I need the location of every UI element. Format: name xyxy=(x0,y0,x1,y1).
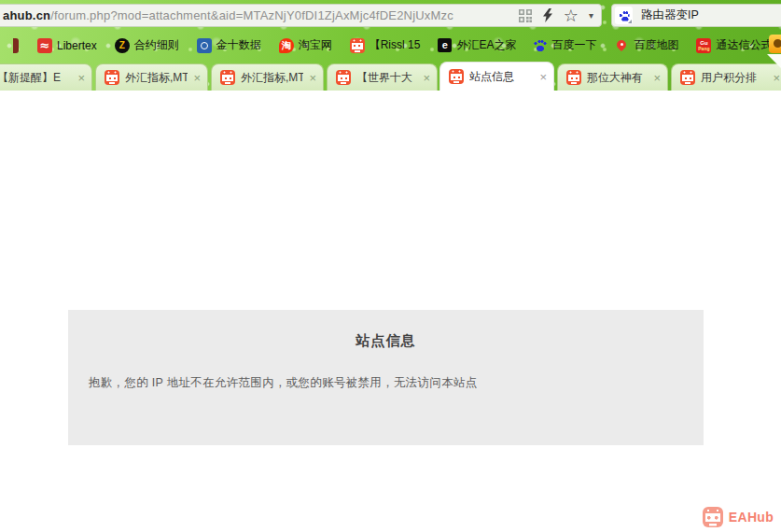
bookmark-label: Libertex xyxy=(57,39,97,52)
browser-chrome: ahub.cn/forum.php?mod=attachment&aid=MTA… xyxy=(0,0,781,91)
notice-title: 站点信息 xyxy=(68,332,704,350)
bookmark-label: 合约细则 xyxy=(134,37,179,53)
eahub-favicon xyxy=(449,69,464,84)
bookmark-jin10-data[interactable]: 金十数据 xyxy=(197,37,261,53)
eahub-logo-text: EAHub xyxy=(729,510,774,525)
tab-label: 【世界十大 xyxy=(356,70,417,86)
bookmark-contract-rules[interactable]: Z 合约细则 xyxy=(115,37,179,53)
tab-label: 站点信息 xyxy=(469,69,534,85)
bookmark-label: 金十数据 xyxy=(216,37,261,53)
eahub-robot-icon xyxy=(703,507,723,527)
url-host: ahub.cn xyxy=(3,8,50,22)
tab-close-icon[interactable]: × xyxy=(773,72,780,84)
tab-close-icon[interactable]: × xyxy=(77,72,85,84)
next-tab-corner xyxy=(767,54,781,68)
jin10-icon xyxy=(197,38,212,53)
tab-close-icon[interactable]: × xyxy=(539,71,547,83)
bookmark-partial-right[interactable] xyxy=(769,35,781,53)
tab-label: 用户积分排 xyxy=(701,70,767,86)
tab-label: 外汇指标,MT xyxy=(125,70,188,86)
tab-which-master[interactable]: 那位大神有 × xyxy=(557,63,668,91)
bookmark-label: 通达信公式 xyxy=(716,37,772,53)
bookmarks-bar: ≈ Libertex Z 合约细则 金十数据 淘 淘宝网 【Rissl 15 e xyxy=(0,31,781,60)
tab-forex-indicator-1[interactable]: 外汇指标,MT × xyxy=(95,63,208,91)
browser-window: ahub.cn/forum.php?mod=attachment&aid=MTA… xyxy=(0,0,781,532)
tab-new-reminder[interactable]: e 【新提醒】E × xyxy=(0,63,92,91)
tab-close-icon[interactable]: × xyxy=(653,72,661,84)
eahub-robot-icon xyxy=(350,38,365,53)
address-dropdown-icon[interactable]: ▾ xyxy=(589,11,593,21)
bookmark-label: 百度地图 xyxy=(634,37,678,53)
tdx-icon xyxy=(696,38,711,53)
bookmark-ea-home[interactable]: e 外汇EA之家 xyxy=(438,37,516,53)
tab-site-info[interactable]: 站点信息 × xyxy=(439,62,554,91)
tab-label: 外汇指标,MT xyxy=(241,70,303,86)
tab-forex-indicator-2[interactable]: 外汇指标,MT × xyxy=(211,63,324,91)
tab-user-points[interactable]: 用户积分排 × xyxy=(671,63,781,91)
map-pin-icon xyxy=(614,38,629,53)
bookmark-star-icon[interactable]: ☆ xyxy=(564,7,579,24)
eahub-favicon xyxy=(566,70,581,85)
url-text: ahub.cn/forum.php?mod=attachment&aid=MTA… xyxy=(3,8,511,22)
baidu-engine-icon[interactable] xyxy=(615,7,633,24)
qr-code-icon[interactable] xyxy=(519,9,532,22)
eahub-favicon xyxy=(105,70,119,85)
bookmark-rissl[interactable]: 【Rissl 15 xyxy=(350,37,421,53)
tab-world-top[interactable]: 【世界十大 × xyxy=(327,63,438,91)
baidu-paw-icon xyxy=(534,39,547,52)
tab-close-icon[interactable]: × xyxy=(423,72,430,84)
bookmark-label: 【Rissl 15 xyxy=(370,37,421,53)
bookmark-taobao[interactable]: 淘 淘宝网 xyxy=(279,37,332,53)
taobao-icon: 淘 xyxy=(279,38,294,53)
lightning-icon[interactable] xyxy=(542,8,553,22)
bookmark-libertex[interactable]: ≈ Libertex xyxy=(37,38,97,53)
contract-z-icon: Z xyxy=(115,38,130,53)
bookmark-label: 外汇EA之家 xyxy=(456,37,516,53)
baidu-paw-icon xyxy=(619,10,629,21)
address-bar-input[interactable]: ahub.cn/forum.php?mod=attachment&aid=MTA… xyxy=(0,4,602,27)
bookmark-tdx-formula[interactable]: 通达信公式 xyxy=(696,37,772,53)
eahub-favicon xyxy=(680,70,695,85)
search-query: 路由器变IP xyxy=(641,7,699,23)
site-notice-box: 站点信息 抱歉，您的 IP 地址不在允许范围内，或您的账号被禁用，无法访问本站点 xyxy=(68,310,704,445)
tab-close-icon[interactable]: × xyxy=(309,72,316,84)
notice-message: 抱歉，您的 IP 地址不在允许范围内，或您的账号被禁用，无法访问本站点 xyxy=(89,375,685,391)
bookmark-label: 百度一下 xyxy=(551,37,596,53)
bookmark-label: 淘宝网 xyxy=(299,37,332,53)
eahub-favicon xyxy=(220,70,235,85)
libertex-icon: ≈ xyxy=(37,38,52,53)
page-content: 站点信息 抱歉，您的 IP 地址不在允许范围内，或您的账号被禁用，无法访问本站点… xyxy=(0,91,781,532)
url-path: /forum.php?mod=attachment&aid=MTAzNjY0fD… xyxy=(50,8,453,22)
bookmark-baidu-map[interactable]: 百度地图 xyxy=(614,37,678,53)
bookmark-partial-left[interactable] xyxy=(13,38,20,53)
eahub-favicon xyxy=(336,70,351,85)
tab-close-icon[interactable]: × xyxy=(193,72,201,84)
bookmark-baidu[interactable]: 百度一下 xyxy=(534,37,596,53)
tab-label: 那位大神有 xyxy=(587,70,648,86)
e-letter-icon: e xyxy=(438,38,452,52)
tab-label: 【新提醒】E xyxy=(0,70,72,86)
tab-bar: e 【新提醒】E × 外汇指标,MT × 外汇指标,MT × 【世界十大 × xyxy=(0,60,781,91)
search-box[interactable]: 路由器变IP xyxy=(611,4,781,27)
eahub-logo[interactable]: EAHub xyxy=(703,507,774,527)
